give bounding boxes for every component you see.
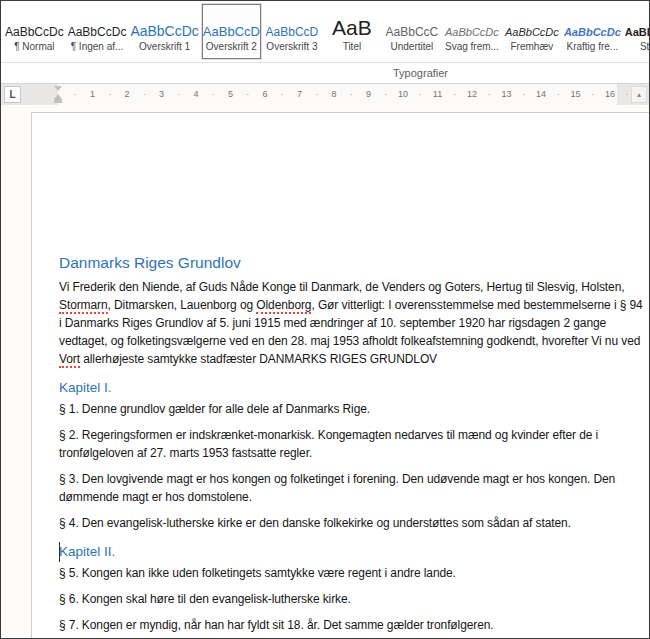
paragraph[interactable]: § 4. Den evangelisk-lutherske kirke er d… <box>59 514 643 532</box>
style-name-label: ¶ Ingen af... <box>68 41 127 52</box>
style-preview-text: AaBbCcD <box>203 8 260 41</box>
ruler-number: 9 <box>366 88 371 101</box>
style-preview-text: AaB <box>324 8 380 41</box>
paragraph[interactable]: § 6. Kongen skal høre til den evangelisk… <box>59 590 643 608</box>
ruler-tick-dot: · <box>108 88 111 101</box>
scroll-up-icon: ▴ <box>637 90 641 99</box>
styles-group-label: Typografier <box>393 67 448 79</box>
word-window: AaBbCcDc¶ NormalAaBbCcDc¶ Ingen af...AaB… <box>0 0 650 639</box>
document-area: Danmarks Riges Grundlov Vi Frederik den … <box>1 105 649 638</box>
style-chip-svag-fremhaevning[interactable]: AaBbCcDcSvag frem... <box>443 4 501 59</box>
misspelled-word: Stormarn <box>59 298 108 314</box>
style-preview-text: AaBbCcDc <box>130 8 198 41</box>
ruler-tick-dot: · <box>350 88 353 101</box>
style-chip-ingen-afstand[interactable]: AaBbCcDc¶ Ingen af... <box>67 4 128 59</box>
style-name-label: Titel <box>324 41 380 52</box>
left-indent-marker[interactable] <box>54 99 62 103</box>
style-preview-text: AaBbCcDc <box>625 8 649 41</box>
style-name-label: Overskrift 1 <box>130 41 198 52</box>
style-chip-fremhaev[interactable]: AaBbCcDcFremhæv <box>503 4 561 59</box>
ruler-number: 12 <box>467 88 477 101</box>
section-heading[interactable]: Kapitel I. <box>59 380 640 395</box>
scrollbar-up-button[interactable]: ▴ <box>631 86 647 103</box>
style-preview-text: AaBbCcD <box>264 8 320 41</box>
style-chip-overskrift-3[interactable]: AaBbCcDOverskrift 3 <box>263 4 321 59</box>
ruler-tick-dot: · <box>557 88 560 101</box>
misspelled-word: Vort <box>59 352 80 368</box>
style-preview-text: AaBbCcDc <box>504 8 560 41</box>
ruler-number: 8 <box>331 88 336 101</box>
ruler-tick-dot: · <box>453 88 456 101</box>
styles-gallery: AaBbCcDc¶ NormalAaBbCcDc¶ Ingen af...AaB… <box>1 1 649 63</box>
text-run: , Ditmarsken, Lauenborg og <box>108 298 257 312</box>
tab-selector-button[interactable]: L <box>4 86 21 103</box>
style-preview-text: AaBbCcDc <box>564 8 621 41</box>
ruler-number: 11 <box>433 88 442 101</box>
style-preview-text: AaBbCcDc <box>5 8 64 41</box>
style-chip-overskrift-1[interactable]: AaBbCcDcOverskrift 1 <box>129 4 199 59</box>
ruler-number: 7 <box>297 88 302 101</box>
ruler-tick-dot: · <box>74 88 77 101</box>
first-line-indent-marker[interactable] <box>54 86 62 91</box>
ruler-tick-dot: · <box>626 88 629 101</box>
style-chip-titel[interactable]: AaBTitel <box>323 4 381 59</box>
paragraph[interactable]: § 3. Den lovgivende magt er hos kongen o… <box>59 470 643 506</box>
section-heading[interactable]: Kapitel II. <box>59 544 640 559</box>
ruler-number: 13 <box>501 88 511 101</box>
ruler-tick-dot: · <box>488 88 491 101</box>
style-name-label: Kraftig fre... <box>564 41 621 52</box>
text-run: allerhøjeste samtykke stadfæster DANMARK… <box>80 352 437 366</box>
misspelled-word: Oldenborg <box>256 298 311 314</box>
style-chip-normal[interactable]: AaBbCcDc¶ Normal <box>4 4 65 59</box>
style-name-label: Overskrift 3 <box>264 41 320 52</box>
style-name-label: ¶ Normal <box>5 41 64 52</box>
ruler-tick-dot: · <box>246 88 249 101</box>
document-page[interactable]: Danmarks Riges Grundlov Vi Frederik den … <box>31 112 649 638</box>
document-title[interactable]: Danmarks Riges Grundlov <box>59 254 640 272</box>
ruler-tick-dot: · <box>384 88 387 101</box>
ruler-tick-dot: · <box>212 88 215 101</box>
ruler-tick-dot: · <box>522 88 525 101</box>
text-cursor <box>59 542 60 562</box>
ruler-tick-dot: · <box>591 88 594 101</box>
tab-stop-icon: L <box>9 89 15 100</box>
style-preview-text: AaBbCcDc <box>444 8 500 41</box>
ribbon-group-row: Typografier <box>1 63 649 84</box>
intro-paragraph[interactable]: Vi Frederik den Niende, af Guds Nåde Kon… <box>59 278 643 368</box>
ruler-number: 2 <box>124 88 129 101</box>
ruler-tick-dot: · <box>177 88 180 101</box>
ruler-number: 1 <box>90 88 95 101</box>
ruler-number: 16 <box>605 88 615 101</box>
paragraph[interactable]: § 7. Kongen er myndig, når han har fyldt… <box>59 616 643 634</box>
style-name-label: Svag frem... <box>444 41 500 52</box>
style-name-label: Undertitel <box>384 41 440 52</box>
ruler-number: 14 <box>536 88 546 101</box>
style-chip-kraftig-fremhaevning[interactable]: AaBbCcDcKraftig fre... <box>563 4 622 59</box>
text-run: Vi Frederik den Niende, af Guds Nåde Kon… <box>59 280 624 294</box>
paragraph[interactable]: § 2. Regeringsformen er indskrænket-mona… <box>59 426 643 462</box>
paragraph[interactable]: § 1. Denne grundlov gælder for alle dele… <box>59 400 643 418</box>
style-chip-undertitel[interactable]: AaBbCcCUndertitel <box>383 4 441 59</box>
style-name-label: Fremhæv <box>504 41 560 52</box>
ruler-number: 6 <box>262 88 267 101</box>
style-chip-staerk[interactable]: AaBbCcDcStærk <box>624 4 649 59</box>
ruler-tick-dot: · <box>419 88 422 101</box>
style-preview-text: AaBbCcDc <box>68 8 127 41</box>
ruler-number: 15 <box>570 88 580 101</box>
paragraph[interactable]: § 5. Kongen kan ikke uden folketingets s… <box>59 564 643 582</box>
sections-container: Kapitel I.§ 1. Denne grundlov gælder for… <box>59 380 640 634</box>
ruler-tick-dot: · <box>281 88 284 101</box>
style-preview-text: AaBbCcC <box>384 8 440 41</box>
style-chip-overskrift-2[interactable]: AaBbCcDOverskrift 2 <box>202 4 261 59</box>
ruler-number: 4 <box>193 88 198 101</box>
ruler: L ▴ ·1·2·3·4·5·6·7·8·9·10·11·12·13·14·15… <box>1 84 649 105</box>
style-name-label: Stærk <box>625 41 649 52</box>
style-name-label: Overskrift 2 <box>203 41 260 52</box>
ruler-number: 10 <box>398 88 408 101</box>
ruler-tick-dot: · <box>315 88 318 101</box>
ruler-tick-dot: · <box>143 88 146 101</box>
ruler-number: 5 <box>228 88 233 101</box>
ruler-number: 3 <box>159 88 164 101</box>
